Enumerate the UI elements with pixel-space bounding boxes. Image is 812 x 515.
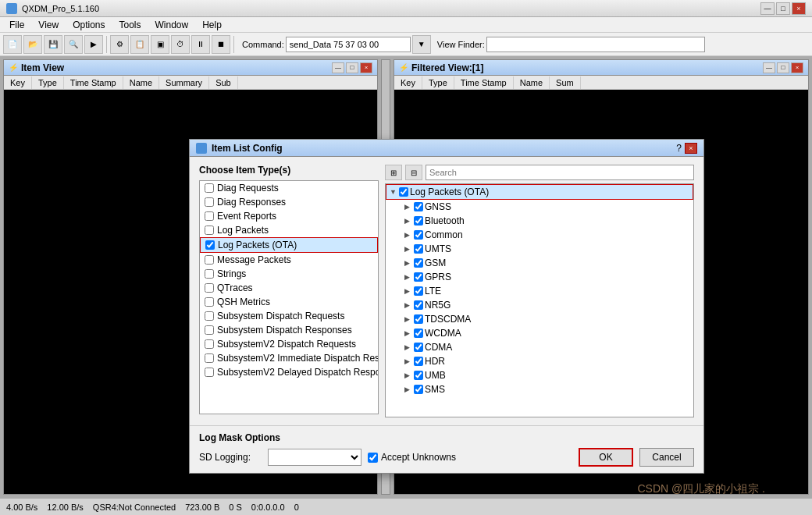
tree-child-arrow-5[interactable]: ▶ <box>404 273 412 281</box>
item-type-6[interactable]: Strings <box>200 267 378 281</box>
item-view-close[interactable]: × <box>360 62 372 73</box>
tree-child-checkbox-1[interactable] <box>414 216 423 226</box>
toolbar-btn-9[interactable]: ⏱ <box>171 35 190 54</box>
menu-tools[interactable]: Tools <box>113 18 148 32</box>
toolbar-btn-11[interactable]: ⏹ <box>212 35 230 54</box>
item-type-checkbox-4[interactable] <box>205 240 215 250</box>
tree-child-checkbox-12[interactable] <box>414 371 423 380</box>
toolbar-btn-2[interactable]: 📂 <box>23 35 42 54</box>
tree-child-checkbox-10[interactable] <box>414 343 423 352</box>
accept-unknowns-checkbox[interactable] <box>368 453 378 463</box>
item-type-3[interactable]: Log Packets <box>200 223 378 237</box>
tree-child-9[interactable]: ▶WCDMA <box>386 326 693 340</box>
tree-child-arrow-10[interactable]: ▶ <box>404 343 412 351</box>
toolbar-btn-5[interactable]: ▶ <box>84 35 103 54</box>
item-type-checkbox-6[interactable] <box>205 269 214 279</box>
maximize-button[interactable]: □ <box>776 2 790 15</box>
item-type-11[interactable]: SubsystemV2 Dispatch Requests <box>200 337 378 351</box>
tree-child-8[interactable]: ▶TDSCDMA <box>386 312 693 326</box>
dialog-help-button[interactable]: ? <box>676 143 682 154</box>
tree-child-1[interactable]: ▶Bluetooth <box>386 214 693 228</box>
item-type-checkbox-0[interactable] <box>205 183 214 193</box>
tree-child-arrow-3[interactable]: ▶ <box>404 245 412 253</box>
item-type-7[interactable]: QTraces <box>200 281 378 295</box>
tree-child-6[interactable]: ▶LTE <box>386 284 693 298</box>
tree-root-checkbox[interactable] <box>399 187 408 197</box>
tree-expand-arrow[interactable]: ▼ <box>390 188 397 196</box>
tree-child-11[interactable]: ▶HDR <box>386 354 693 368</box>
tree-child-arrow-8[interactable]: ▶ <box>404 315 412 323</box>
menu-view[interactable]: View <box>32 18 65 32</box>
item-type-checkbox-9[interactable] <box>205 311 214 321</box>
tree-child-checkbox-8[interactable] <box>414 314 423 324</box>
item-view-maximize[interactable]: □ <box>346 62 358 73</box>
tree-child-checkbox-4[interactable] <box>414 258 423 268</box>
menu-options[interactable]: Options <box>66 18 111 32</box>
tree-child-checkbox-6[interactable] <box>414 286 423 296</box>
tree-child-arrow-13[interactable]: ▶ <box>404 385 412 393</box>
tree-child-arrow-1[interactable]: ▶ <box>404 217 412 225</box>
tree-child-13[interactable]: ▶SMS <box>386 382 693 396</box>
toolbar-btn-4[interactable]: 🔍 <box>64 35 83 54</box>
viewfinder-input[interactable] <box>486 37 705 52</box>
tree-child-checkbox-3[interactable] <box>414 244 423 254</box>
tree-child-checkbox-0[interactable] <box>414 202 423 211</box>
item-type-10[interactable]: Subsystem Dispatch Responses <box>200 323 378 337</box>
tree-child-arrow-6[interactable]: ▶ <box>404 287 412 295</box>
item-type-checkbox-1[interactable] <box>205 197 214 207</box>
toolbar-btn-7[interactable]: 📋 <box>130 35 149 54</box>
toolbar-btn-1[interactable]: 📄 <box>3 35 22 54</box>
item-type-9[interactable]: Subsystem Dispatch Requests <box>200 309 378 323</box>
tree-child-arrow-7[interactable]: ▶ <box>404 301 412 309</box>
tree-root-item[interactable]: ▼Log Packets (OTA) <box>386 184 693 200</box>
tree-child-arrow-9[interactable]: ▶ <box>404 329 412 337</box>
toolbar-btn-10[interactable]: ⏸ <box>191 35 210 54</box>
menu-help[interactable]: Help <box>196 18 228 32</box>
item-type-8[interactable]: QSH Metrics <box>200 295 378 309</box>
item-type-2[interactable]: Event Reports <box>200 209 378 223</box>
command-input[interactable] <box>286 37 411 52</box>
item-type-13[interactable]: SubsystemV2 Delayed Dispatch Responses <box>200 365 378 379</box>
tree-child-checkbox-13[interactable] <box>414 385 423 394</box>
command-send-btn[interactable]: ▼ <box>412 35 431 54</box>
item-type-checkbox-7[interactable] <box>205 283 214 293</box>
tree-child-5[interactable]: ▶GPRS <box>386 270 693 284</box>
item-type-checkbox-11[interactable] <box>205 339 214 349</box>
item-type-checkbox-3[interactable] <box>205 226 214 235</box>
item-type-checkbox-12[interactable] <box>205 353 214 363</box>
toolbar-btn-8[interactable]: ▣ <box>151 35 169 54</box>
tree-child-arrow-12[interactable]: ▶ <box>404 371 412 379</box>
search-input[interactable] <box>426 165 694 180</box>
tree-child-0[interactable]: ▶GNSS <box>386 200 693 214</box>
dialog-close-button[interactable]: × <box>685 143 697 154</box>
item-view-minimize[interactable]: — <box>332 62 344 73</box>
item-type-checkbox-8[interactable] <box>205 297 214 307</box>
toolbar-btn-6[interactable]: ⚙ <box>110 35 129 54</box>
tree-child-3[interactable]: ▶UMTS <box>386 242 693 256</box>
item-type-checkbox-5[interactable] <box>205 255 214 265</box>
item-type-checkbox-2[interactable] <box>205 211 214 221</box>
minimize-button[interactable]: — <box>760 2 775 15</box>
tree-child-checkbox-9[interactable] <box>414 329 423 338</box>
tree-child-checkbox-2[interactable] <box>414 230 423 240</box>
tree-child-7[interactable]: ▶NR5G <box>386 298 693 312</box>
tree-child-12[interactable]: ▶UMB <box>386 368 693 382</box>
tree-child-arrow-4[interactable]: ▶ <box>404 259 412 267</box>
tree-child-arrow-11[interactable]: ▶ <box>404 357 412 365</box>
toolbar-btn-3[interactable]: 💾 <box>44 35 62 54</box>
sd-logging-select[interactable] <box>268 449 361 466</box>
ok-button[interactable]: OK <box>579 448 633 467</box>
tree-expand-btn[interactable]: ⊞ <box>385 165 402 180</box>
tree-child-2[interactable]: ▶Common <box>386 228 693 242</box>
item-type-4[interactable]: Log Packets (OTA) <box>200 237 378 253</box>
item-type-checkbox-13[interactable] <box>205 368 214 377</box>
menu-file[interactable]: File <box>3 18 30 32</box>
item-type-5[interactable]: Message Packets <box>200 253 378 267</box>
item-type-0[interactable]: Diag Requests <box>200 181 378 195</box>
menu-window[interactable]: Window <box>149 18 195 32</box>
tree-child-checkbox-11[interactable] <box>414 357 423 366</box>
close-button[interactable]: × <box>792 2 806 15</box>
tree-child-10[interactable]: ▶CDMA <box>386 340 693 354</box>
tree-collapse-btn[interactable]: ⊟ <box>405 165 422 180</box>
tree-child-checkbox-7[interactable] <box>414 300 423 310</box>
